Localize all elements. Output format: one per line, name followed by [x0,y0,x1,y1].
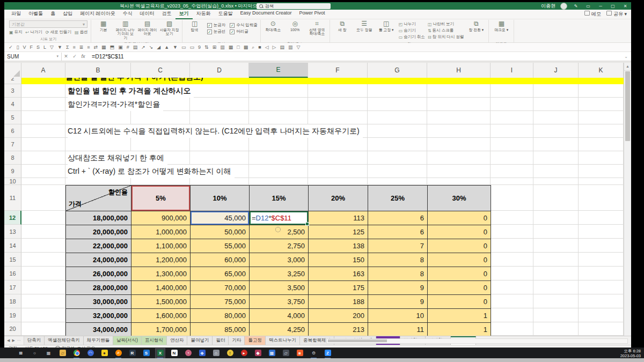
cell-E17[interactable]: 3,500 [250,281,309,295]
row-header-6[interactable]: 6 [4,124,21,138]
taskbar-app-bulb[interactable]: ! [225,349,235,358]
ribbon-button[interactable]: ▣유지 [9,29,23,35]
cell-D15[interactable]: 60,000 [191,253,250,267]
ribbon-button[interactable]: ◎100% [286,20,305,41]
qat-icon[interactable]: ▯ [17,45,19,50]
cell-G13[interactable]: 6 [368,225,428,239]
taskbar-app-s[interactable]: S [142,349,151,358]
taskbar-naver-search[interactable]: ⌕ [114,349,123,358]
qat-icon[interactable]: ⊞ [213,45,217,50]
taskbar-app-folder-dark[interactable]: ▱ [281,349,290,358]
header-cell-25%[interactable]: 25% [368,186,428,211]
sheet-tab-10[interactable]: 텍스트나누기 [266,336,300,345]
qat-icon[interactable]: ▽ [297,45,301,50]
cell-G19[interactable]: 10 [368,309,428,323]
cell-F15[interactable]: 150 [309,253,368,267]
ribbon-tab-10[interactable]: 도움말 [215,9,237,19]
sheet-tab-0[interactable]: 단축키 [24,336,45,345]
avatar[interactable] [560,3,567,10]
col-header-J[interactable]: J [533,63,579,78]
qat-icon[interactable]: ▣ [118,45,123,50]
qat-icon[interactable]: ▤ [280,45,284,50]
cell-D17[interactable]: 70,000 [191,281,250,295]
ribbon-button[interactable]: ▦기본 [94,20,113,41]
ribbon-button[interactable]: ⊙확대/축소 [264,20,283,41]
qat-icon[interactable]: ▼ [57,45,62,50]
row-header-15[interactable]: 15 [4,253,21,267]
minimize-button[interactable]: ─ [597,4,604,9]
qat-icon[interactable]: ■ [258,45,261,50]
qat-icon[interactable]: F [30,45,33,50]
sheet-tab-7[interactable]: 필터 [213,336,229,345]
row-header-11[interactable]: 11 [4,185,21,211]
qat-icon[interactable]: ▥ [288,45,293,50]
qat-icon[interactable]: ▼ [173,45,178,50]
ribbon-tab-0[interactable]: 파일 [8,9,25,19]
col-header-E[interactable]: E [249,63,308,78]
taskbar-file-explorer[interactable]: ▱ [58,349,67,358]
cell-G20[interactable]: 11 [368,323,428,336]
header-cell-20%[interactable]: 20% [309,186,368,211]
sheet-tab-8[interactable]: 기타 [229,336,245,345]
close-button[interactable]: ✕ [621,4,629,9]
cell-B14[interactable]: 22,000,000 [66,239,131,253]
cell-B16[interactable]: 26,000,000 [66,267,131,281]
cell-E20[interactable]: 4,250 [250,323,309,336]
cell-C19[interactable]: 1,600,000 [131,309,191,323]
cell-B17[interactable]: 28,000,000 [66,281,131,295]
qat-icon[interactable]: ▽ [50,45,54,50]
cell-F14[interactable]: 138 [309,239,368,253]
qat-icon[interactable]: # [127,45,129,50]
row-header-10[interactable]: 10 [4,178,21,185]
row-header-9[interactable]: 9 [4,165,21,178]
sheet-nav-icon-2[interactable]: ⋯ [17,338,21,343]
cell-B15[interactable]: 24,000,000 [66,253,131,267]
ribbon-button[interactable]: ⧉새 창 [333,20,352,41]
qat-icon[interactable]: ▭ [190,45,195,50]
cancel-entry-button[interactable]: ✕ [62,54,70,59]
ribbon-button[interactable]: ☰모두 정렬 [355,20,374,41]
ribbon-tab-8[interactable]: 보기 [175,9,193,19]
cell-H18[interactable]: 0 [428,295,491,309]
header-cell-10%[interactable]: 10% [191,186,250,211]
qat-icon[interactable]: ⇅ [204,45,209,50]
cell-F17[interactable]: 175 [309,281,368,295]
cell-H16[interactable]: 0 [428,267,491,281]
sheet-view-select[interactable]: 기본값▾ [9,20,87,28]
qat-icon[interactable]: ▦ [229,45,233,50]
highlighted-row-2[interactable]: 할인율 별 할인 후 가격 구하기 (혼합참조) [21,78,624,84]
ribbon-checkbox[interactable]: ✓수식 입력줄 [230,23,258,28]
col-header-G[interactable]: G [368,63,427,78]
maximize-button[interactable]: ▢ [609,4,617,9]
col-header-D[interactable]: D [190,63,249,78]
sheet-tab-3[interactable]: 날짜(서식) [113,336,142,345]
qat-icon[interactable]: ▥ [220,45,225,50]
cell-C13[interactable]: 1,000,000 [131,225,191,239]
row-header-20[interactable]: 20 [4,322,21,336]
cell-C16[interactable]: 1,300,000 [131,267,191,281]
cell-G14[interactable]: 7 [368,239,428,253]
cell-G12[interactable]: 6 [368,211,428,225]
cell-D13[interactable]: 50,000 [191,225,250,239]
row-header-16[interactable]: 16 [4,267,21,280]
cell-F18[interactable]: 188 [309,295,368,309]
cell-F19[interactable]: 200 [309,309,368,323]
qat-icon[interactable]: □ [237,45,239,50]
cell-H20[interactable]: 1 [428,323,491,336]
sheet-tab-4[interactable]: 표시형식 [142,336,167,345]
row-header-13[interactable]: 13 [4,225,21,239]
cell-B12[interactable]: 18,000,000 [66,211,131,225]
ribbon-button[interactable]: ↩나가기 [26,29,42,35]
taskbar-settings[interactable]: ⚙ [309,349,318,358]
corner-cell-b11[interactable]: 할인율가격 [66,186,131,211]
select-all-corner[interactable] [4,63,21,78]
cell-B20[interactable]: 34,000,000 [66,323,131,336]
taskbar-app-r[interactable]: R [128,349,137,358]
qat-icon[interactable]: ◢ [157,45,160,50]
ribbon-button[interactable]: ◫틀 고정 ▾ [377,20,396,41]
cell-H15[interactable]: 0 [428,253,491,267]
ribbon-button[interactable]: ◫탐색 [185,20,204,41]
ribbon-button[interactable]: ▤페이지 레이아웃 [138,20,157,41]
ribbon-button[interactable]: ⌗선택 영역 확대/축소 [308,20,327,41]
row-header-7[interactable]: 7 [4,138,21,151]
